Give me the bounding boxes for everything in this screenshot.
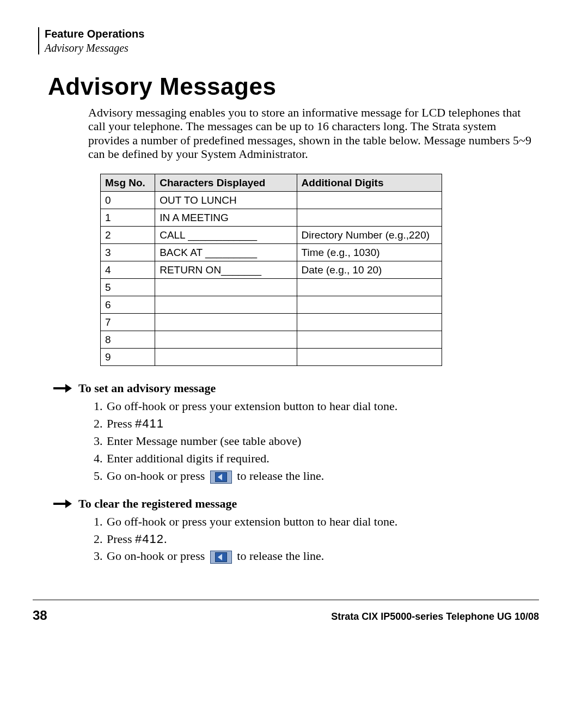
page-footer: 38 Strata CIX IP5000-series Telephone UG… <box>33 608 539 623</box>
header-subsection-title: Advisory Messages <box>45 41 539 54</box>
intro-paragraph: Advisory messaging enables you to store … <box>88 106 539 161</box>
table-row: 2CALL ____________Directory Number (e.g.… <box>101 227 442 244</box>
cell-characters: OUT TO LUNCH <box>155 192 297 209</box>
step: Go off-hook or press your extension butt… <box>106 398 539 415</box>
body-content: Advisory messaging enables you to store … <box>88 106 539 366</box>
procedure-set: To set an advisory message Go off-hook o… <box>53 381 539 484</box>
procedure-clear: To clear the registered message Go off-h… <box>53 497 539 565</box>
speaker-button-icon <box>210 471 232 484</box>
cell-additional <box>297 192 442 209</box>
table-row: 9 <box>101 349 442 366</box>
cell-additional: Time (e.g., 1030) <box>297 244 442 261</box>
table-header-row: Msg No. Characters Displayed Additional … <box>101 174 442 192</box>
page-title: Advisory Messages <box>48 73 539 100</box>
advisory-messages-table: Msg No. Characters Displayed Additional … <box>100 174 442 366</box>
step: Press #411 <box>106 415 539 432</box>
cell-characters <box>155 349 297 366</box>
running-header: Feature Operations Advisory Messages <box>38 27 539 54</box>
cell-msg-no: 7 <box>101 314 155 331</box>
step-text: to release the line. <box>234 469 324 483</box>
step-text: Press <box>107 532 135 546</box>
step: Press #412. <box>106 530 539 548</box>
step: Go off-hook or press your extension butt… <box>106 513 539 530</box>
step-text: Press <box>107 417 135 430</box>
step: Enter Message number (see table above) <box>106 432 539 450</box>
cell-characters: CALL ____________ <box>155 227 297 244</box>
cell-additional: Date (e.g., 10 20) <box>297 261 442 279</box>
step-text: to release the line. <box>234 549 324 563</box>
cell-msg-no: 5 <box>101 279 155 296</box>
cell-additional <box>297 279 442 296</box>
table-row: 1IN A MEETING <box>101 209 442 227</box>
arrow-right-icon <box>53 384 72 393</box>
procedure-steps: Go off-hook or press your extension butt… <box>90 513 539 565</box>
table-row: 4RETURN ON_______Date (e.g., 10 20) <box>101 261 442 279</box>
step-text: Go on-hook or press <box>107 549 208 563</box>
step: Go on-hook or press to release the line. <box>106 547 539 565</box>
cell-msg-no: 3 <box>101 244 155 261</box>
cell-characters: BACK AT _________ <box>155 244 297 261</box>
speaker-button-icon <box>210 551 232 564</box>
cell-msg-no: 0 <box>101 192 155 209</box>
cell-characters: IN A MEETING <box>155 209 297 227</box>
step-text: . <box>164 532 167 546</box>
cell-msg-no: 9 <box>101 349 155 366</box>
header-section-title: Feature Operations <box>45 27 539 40</box>
cell-additional <box>297 296 442 314</box>
table-row: 0OUT TO LUNCH <box>101 192 442 209</box>
footer-rule <box>33 600 539 600</box>
table-row: 3BACK AT _________Time (e.g., 1030) <box>101 244 442 261</box>
cell-additional <box>297 331 442 349</box>
step-text: Go on-hook or press <box>107 469 208 483</box>
dial-code: #411 <box>135 417 164 430</box>
table-row: 6 <box>101 296 442 314</box>
step: Enter additional digits if required. <box>106 450 539 467</box>
table-row: 5 <box>101 279 442 296</box>
cell-characters <box>155 296 297 314</box>
cell-characters <box>155 314 297 331</box>
cell-additional <box>297 209 442 227</box>
col-header-characters: Characters Displayed <box>155 174 297 192</box>
step: Go on-hook or press to release the line. <box>106 467 539 485</box>
cell-msg-no: 6 <box>101 296 155 314</box>
table-row: 8 <box>101 331 442 349</box>
procedure-heading: To clear the registered message <box>78 497 237 511</box>
procedure-heading-row: To set an advisory message <box>53 381 539 395</box>
cell-additional: Directory Number (e.g.,220) <box>297 227 442 244</box>
col-header-msg-no: Msg No. <box>101 174 155 192</box>
cell-msg-no: 1 <box>101 209 155 227</box>
col-header-additional: Additional Digits <box>297 174 442 192</box>
cell-msg-no: 2 <box>101 227 155 244</box>
procedure-heading: To set an advisory message <box>78 381 216 395</box>
table-row: 7 <box>101 314 442 331</box>
cell-msg-no: 4 <box>101 261 155 279</box>
page-number: 38 <box>33 608 47 623</box>
arrow-right-icon <box>53 499 72 508</box>
document-id: Strata CIX IP5000-series Telephone UG 10… <box>331 611 539 623</box>
cell-msg-no: 8 <box>101 331 155 349</box>
cell-characters <box>155 279 297 296</box>
procedure-heading-row: To clear the registered message <box>53 497 539 511</box>
cell-characters: RETURN ON_______ <box>155 261 297 279</box>
dial-code: #412 <box>135 532 164 546</box>
cell-additional <box>297 314 442 331</box>
cell-additional <box>297 349 442 366</box>
document-page: Feature Operations Advisory Messages Adv… <box>0 0 588 714</box>
procedure-steps: Go off-hook or press your extension butt… <box>90 398 539 484</box>
cell-characters <box>155 331 297 349</box>
